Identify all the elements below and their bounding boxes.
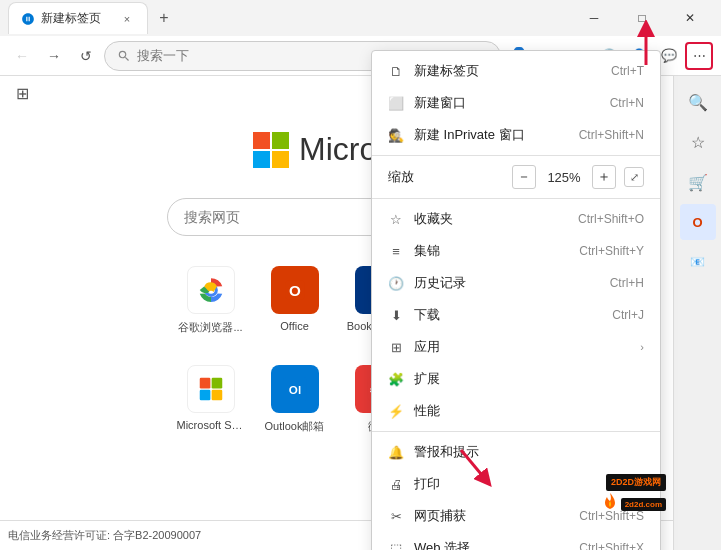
shortcut-outlook[interactable]: Ol Outlook邮箱: [261, 365, 329, 434]
svg-text:O: O: [289, 282, 301, 299]
zoom-in-button[interactable]: ＋: [592, 165, 616, 189]
web-select-shortcut: Ctrl+Shift+X: [579, 541, 644, 550]
search-icon: [117, 49, 131, 63]
sidebar-item-favorites[interactable]: ☆: [680, 124, 716, 160]
maximize-button[interactable]: □: [619, 3, 665, 33]
sidebar-item-shopping[interactable]: 🛒: [680, 164, 716, 200]
ms-green-square: [272, 132, 289, 149]
settings-button[interactable]: ⋯: [685, 42, 713, 70]
collections-menu-label: 集锦: [414, 242, 569, 260]
alerts-menu-icon: 🔔: [388, 445, 404, 460]
print-shortcut: Ctrl+P: [610, 477, 644, 491]
svg-rect-8: [211, 378, 222, 389]
shortcut-ms-store[interactable]: Microsoft Sto...: [177, 365, 245, 434]
tab-favicon-icon: [21, 12, 35, 26]
menu-downloads[interactable]: ⬇ 下载 Ctrl+J: [372, 299, 660, 331]
sidebar-item-office[interactable]: O: [680, 204, 716, 240]
sidebar: 🔍 ☆ 🛒 O 📧: [673, 76, 721, 550]
title-bar: 新建标签页 × + ─ □ ✕: [0, 0, 721, 36]
new-private-label: 新建 InPrivate 窗口: [414, 126, 569, 144]
ms-yellow-square: [272, 151, 289, 168]
menu-extensions[interactable]: 🧩 扩展: [372, 363, 660, 395]
apps-menu-label: 应用: [414, 338, 630, 356]
office-label: Office: [280, 320, 309, 332]
apps-grid-icon[interactable]: ⊞: [16, 84, 29, 103]
svg-text:Ol: Ol: [288, 383, 300, 396]
history-menu-icon: 🕐: [388, 276, 404, 291]
downloads-shortcut: Ctrl+J: [612, 308, 644, 322]
svg-rect-7: [199, 378, 210, 389]
apps-arrow-icon: ›: [640, 341, 644, 353]
new-window-label: 新建窗口: [414, 94, 600, 112]
office-icon: O: [271, 266, 319, 314]
chrome-label: 谷歌浏览器...: [178, 320, 242, 335]
menu-capture[interactable]: ✂ 网页捕获 Ctrl+Shift+S: [372, 500, 660, 532]
menu-favorites[interactable]: ☆ 收藏夹 Ctrl+Shift+O: [372, 203, 660, 235]
new-tab-menu-icon: 🗋: [388, 64, 404, 79]
new-tab-menu-label: 新建标签页: [414, 62, 601, 80]
menu-collections[interactable]: ≡ 集锦 Ctrl+Shift+Y: [372, 235, 660, 267]
capture-menu-icon: ✂: [388, 509, 404, 524]
chrome-icon: [187, 266, 235, 314]
downloads-menu-label: 下载: [414, 306, 602, 324]
history-shortcut: Ctrl+H: [610, 276, 644, 290]
collections-shortcut: Ctrl+Shift+Y: [579, 244, 644, 258]
tab-close-button[interactable]: ×: [119, 11, 135, 27]
zoom-value: 125%: [544, 170, 584, 185]
outlook-label: Outlook邮箱: [265, 419, 325, 434]
shortcut-chrome[interactable]: 谷歌浏览器...: [177, 266, 245, 335]
sidebar-item-search[interactable]: 🔍: [680, 84, 716, 120]
print-menu-icon: 🖨: [388, 477, 404, 492]
menu-history[interactable]: 🕐 历史记录 Ctrl+H: [372, 267, 660, 299]
new-window-icon: ⬜: [388, 96, 404, 111]
tab-bar: 新建标签页 × +: [8, 2, 178, 34]
private-window-icon: 🕵: [388, 128, 404, 143]
zoom-out-button[interactable]: －: [512, 165, 536, 189]
svg-rect-10: [211, 390, 222, 401]
favorites-shortcut: Ctrl+Shift+O: [578, 212, 644, 226]
menu-divider-1: [372, 155, 660, 156]
new-window-shortcut: Ctrl+N: [610, 96, 644, 110]
close-button[interactable]: ✕: [667, 3, 713, 33]
downloads-menu-icon: ⬇: [388, 308, 404, 323]
ms-grid-icon: [253, 132, 289, 168]
new-tab-shortcut: Ctrl+T: [611, 64, 644, 78]
history-menu-label: 历史记录: [414, 274, 600, 292]
private-shortcut: Ctrl+Shift+N: [579, 128, 644, 142]
menu-web-select[interactable]: ⬚ Web 选择 Ctrl+Shift+X: [372, 532, 660, 550]
capture-menu-label: 网页捕获: [414, 507, 569, 525]
favorites-menu-label: 收藏夹: [414, 210, 568, 228]
web-select-menu-icon: ⬚: [388, 541, 404, 551]
menu-apps[interactable]: ⊞ 应用 ›: [372, 331, 660, 363]
back-button[interactable]: ←: [8, 42, 36, 70]
performance-menu-label: 性能: [414, 402, 644, 420]
extensions-menu-icon: 🧩: [388, 372, 404, 387]
shortcut-office[interactable]: O Office: [261, 266, 329, 335]
zoom-row: 缩放 － 125% ＋ ⤢: [372, 160, 660, 194]
performance-menu-icon: ⚡: [388, 404, 404, 419]
status-text: 电信业务经营许可证: 合字B2-20090007: [8, 528, 201, 543]
menu-new-tab[interactable]: 🗋 新建标签页 Ctrl+T: [372, 55, 660, 87]
menu-alerts[interactable]: 🔔 警报和提示: [372, 436, 660, 468]
ms-blue-square: [253, 151, 270, 168]
ms-red-square: [253, 132, 270, 149]
refresh-button[interactable]: ↺: [72, 42, 100, 70]
menu-divider-3: [372, 431, 660, 432]
collections-menu-icon: ≡: [388, 244, 404, 259]
sidebar-item-outlook[interactable]: 📧: [680, 244, 716, 280]
minimize-button[interactable]: ─: [571, 3, 617, 33]
menu-print[interactable]: 🖨 打印 Ctrl+P: [372, 468, 660, 500]
active-tab[interactable]: 新建标签页 ×: [8, 2, 148, 34]
svg-rect-9: [199, 390, 210, 401]
menu-performance[interactable]: ⚡ 性能: [372, 395, 660, 427]
ms-store-icon: [187, 365, 235, 413]
menu-new-private[interactable]: 🕵 新建 InPrivate 窗口 Ctrl+Shift+N: [372, 119, 660, 151]
zoom-expand-button[interactable]: ⤢: [624, 167, 644, 187]
new-tab-button[interactable]: +: [150, 4, 178, 32]
print-menu-label: 打印: [414, 475, 600, 493]
web-select-menu-label: Web 选择: [414, 539, 569, 550]
alerts-menu-label: 警报和提示: [414, 443, 644, 461]
menu-new-window[interactable]: ⬜ 新建窗口 Ctrl+N: [372, 87, 660, 119]
favorites-menu-icon: ☆: [388, 212, 404, 227]
forward-button[interactable]: →: [40, 42, 68, 70]
